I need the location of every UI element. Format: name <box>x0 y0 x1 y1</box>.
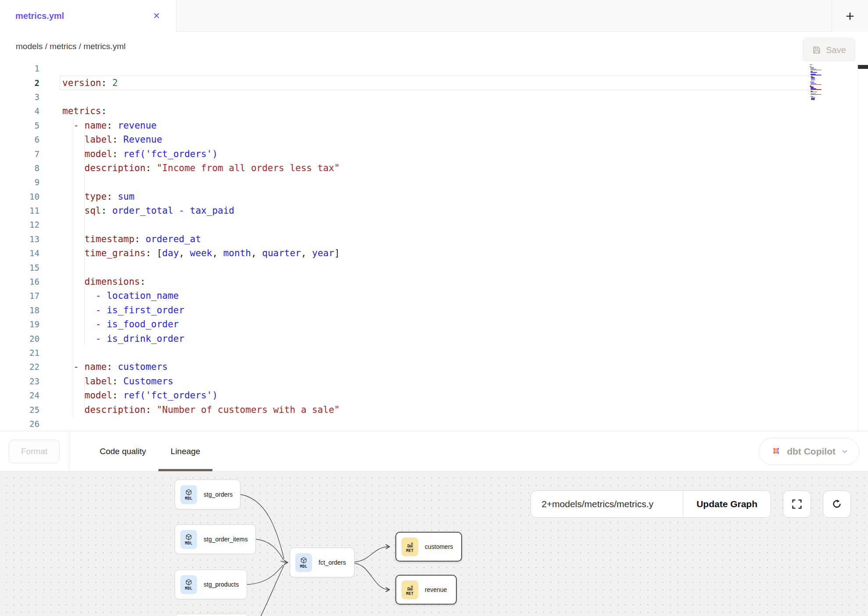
graph-selector-input[interactable] <box>542 491 672 517</box>
fullscreen-icon <box>791 498 803 510</box>
node-label: customers <box>425 543 453 550</box>
code-text: label: Customers <box>62 376 173 387</box>
lineage-node-revenue[interactable]: METrevenue <box>395 575 457 605</box>
tab-bar: metrics.yml ✕ + <box>0 0 868 32</box>
node-type-badge: MDL <box>185 586 192 591</box>
tab-code-quality[interactable]: Code quality <box>87 431 158 471</box>
code-text: sql: order_total - tax_paid <box>62 205 234 216</box>
line-number: 16 <box>0 277 39 287</box>
node-type-badge: MDL <box>185 541 192 545</box>
code-text: - name: revenue <box>62 120 157 131</box>
chevron-down-icon <box>841 448 848 455</box>
code-line[interactable]: 12 <box>0 218 868 232</box>
code-line[interactable]: 5 - name: revenue <box>0 118 868 133</box>
graph-selector-group: Update Graph <box>531 491 771 518</box>
code-text: - location_name <box>62 290 179 301</box>
lineage-canvas[interactable]: MDLstg_ordersMDLstg_order_itemsMDLstg_pr… <box>0 472 868 616</box>
line-number: 10 <box>0 192 39 201</box>
code-line[interactable]: 7 model: ref('fct_orders') <box>0 147 868 161</box>
code-text: type: sum <box>62 191 134 202</box>
refresh-icon <box>831 498 843 510</box>
line-number: 17 <box>0 291 39 301</box>
line-number: 1 <box>0 64 39 73</box>
tab-title: metrics.yml <box>15 11 64 21</box>
code-line[interactable]: 21 <box>0 346 868 360</box>
close-tab-icon[interactable]: ✕ <box>153 11 160 20</box>
code-line[interactable]: 10 type: sum <box>0 190 868 204</box>
line-number: 3 <box>0 92 39 102</box>
line-number: 6 <box>0 135 39 144</box>
line-number: 21 <box>0 348 39 358</box>
code-text: - is_drink_order <box>62 333 184 344</box>
new-tab-plus-icon[interactable]: + <box>846 8 854 23</box>
save-button[interactable]: Save <box>803 38 855 62</box>
lineage-node-stg_order_items[interactable]: MDLstg_order_items <box>175 524 256 554</box>
line-number: 22 <box>0 362 39 372</box>
graph-controls: Update Graph <box>531 491 851 518</box>
code-line[interactable]: 13 timestamp: ordered_at <box>0 232 868 246</box>
code-text: time_grains: [day, week, month, quarter,… <box>62 248 340 258</box>
panel-tabs: Code qualityLineage <box>87 431 212 471</box>
bottom-toolbar: Format Code qualityLineage dbt Copilot <box>0 431 868 472</box>
code-line[interactable]: 25 description: "Number of customers wit… <box>0 402 868 416</box>
code-text: - is_first_order <box>62 305 184 315</box>
code-text: - is_food_order <box>62 319 179 329</box>
dbt-copilot-button[interactable]: dbt Copilot <box>759 438 859 465</box>
model-cube-icon: MDL <box>180 485 197 504</box>
breadcrumb-row: models / metrics / metrics.yml Save <box>0 32 868 61</box>
code-editor[interactable]: 12version: 234metrics:5 - name: revenue6… <box>0 61 868 431</box>
code-line[interactable]: 16 dimensions: <box>0 275 868 289</box>
code-line[interactable]: 11 sql: order_total - tax_paid <box>0 204 868 218</box>
lineage-node-stg_products[interactable]: MDLstg_products <box>175 569 247 599</box>
code-line[interactable]: 26 <box>0 417 868 431</box>
code-line[interactable]: 20 - is_drink_order <box>0 331 868 345</box>
code-line[interactable]: 4metrics: <box>0 104 868 118</box>
copilot-label: dbt Copilot <box>787 446 836 457</box>
minimap[interactable] <box>810 64 835 101</box>
code-line[interactable]: 6 label: Revenue <box>0 133 868 147</box>
lineage-node-stg_orders[interactable]: MDLstg_orders <box>175 480 240 509</box>
line-number: 25 <box>0 405 39 415</box>
code-text: model: ref('fct_orders') <box>62 149 218 159</box>
code-line[interactable]: 23 label: Customers <box>0 374 868 388</box>
node-label: revenue <box>425 586 447 593</box>
code-text: model: ref('fct_orders') <box>62 390 218 401</box>
tab-lineage[interactable]: Lineage <box>158 431 213 471</box>
code-line[interactable]: 24 model: ref('fct_orders') <box>0 388 868 402</box>
code-lines: 12version: 234metrics:5 - name: revenue6… <box>0 61 868 431</box>
dbt-logo-icon <box>770 446 781 457</box>
line-number: 4 <box>0 106 39 116</box>
update-graph-button[interactable]: Update Graph <box>683 491 771 517</box>
code-line[interactable]: 17 - location_name <box>0 289 868 303</box>
lineage-node-hidden_partial[interactable] <box>175 614 249 616</box>
line-number: 5 <box>0 121 39 130</box>
scrollbar-thumb[interactable] <box>858 65 868 69</box>
code-line[interactable]: 9 <box>0 175 868 189</box>
code-line[interactable]: 2version: 2 <box>0 75 868 90</box>
lineage-node-fct_orders[interactable]: MDLfct_orders <box>290 548 355 577</box>
code-line[interactable]: 15 <box>0 260 868 274</box>
code-text: description: "Income from all orders les… <box>62 163 340 173</box>
refresh-button[interactable] <box>823 491 851 518</box>
fullscreen-button[interactable] <box>783 491 811 518</box>
scrollbar-track[interactable] <box>857 61 868 431</box>
code-line[interactable]: 1 <box>0 61 868 75</box>
node-type-badge: MDL <box>185 496 192 501</box>
lineage-node-customers[interactable]: METcustomers <box>395 532 462 562</box>
code-line[interactable]: 14 time_grains: [day, week, month, quart… <box>0 246 868 260</box>
tab-bar-empty <box>176 0 832 32</box>
code-line[interactable]: 3 <box>0 90 868 104</box>
line-number: 19 <box>0 319 39 329</box>
save-floppy-icon <box>812 45 821 55</box>
tab-metrics-yml[interactable]: metrics.yml ✕ <box>0 0 176 32</box>
code-line[interactable]: 22 - name: customers <box>0 360 868 374</box>
code-line[interactable]: 19 - is_food_order <box>0 317 868 331</box>
node-label: stg_order_items <box>204 536 247 543</box>
format-button[interactable]: Format <box>9 440 60 463</box>
node-label: fct_orders <box>319 559 346 566</box>
line-number: 18 <box>0 305 39 315</box>
line-number: 11 <box>0 206 39 215</box>
code-line[interactable]: 8 description: "Income from all orders l… <box>0 161 868 175</box>
code-text: dimensions: <box>62 276 146 287</box>
code-line[interactable]: 18 - is_first_order <box>0 303 868 317</box>
